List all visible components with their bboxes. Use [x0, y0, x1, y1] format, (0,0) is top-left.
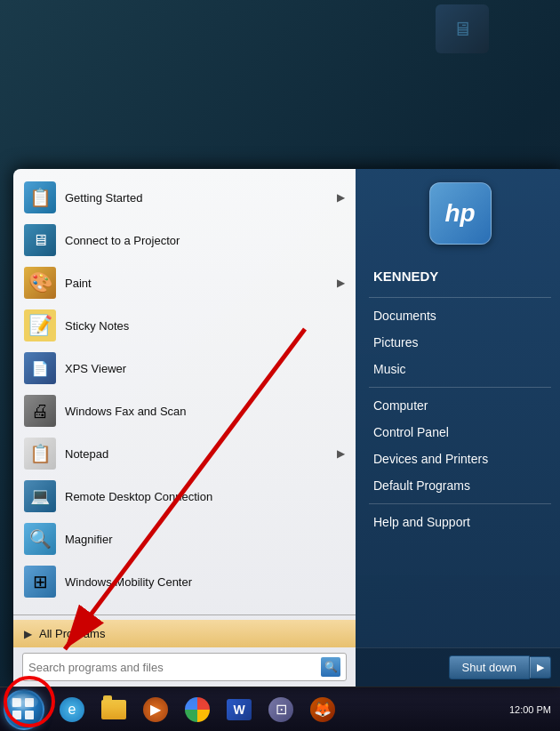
right-separator-2: [369, 387, 551, 388]
all-programs-item[interactable]: ▶ All Programs: [13, 620, 356, 647]
hp-logo-text: hp: [444, 199, 475, 228]
all-programs-arrow-icon: ▶: [24, 628, 32, 640]
paint-label: Paint: [65, 277, 328, 290]
right-menu-item-default-programs[interactable]: Default Programs: [356, 472, 560, 499]
connect-projector-label: Connect to a Projector: [65, 234, 345, 247]
username-label: KENNEDY: [373, 269, 438, 284]
help-support-label: Help and Support: [373, 515, 470, 529]
paint-icon: 🎨: [24, 267, 56, 299]
app6-icon: ⊡: [268, 697, 293, 722]
desktop: 🖥 📋 Getting Started ▶ 🖥 Connect to a Pro…: [0, 0, 560, 731]
right-menu-item-music[interactable]: Music: [356, 356, 560, 382]
start-button[interactable]: [0, 687, 48, 732]
fax-scan-label: Windows Fax and Scan: [65, 405, 345, 418]
win-logo-tl: [12, 697, 21, 706]
menu-item-mobility-center[interactable]: ⊞ Windows Mobility Center: [13, 560, 356, 603]
right-menu-item-computer[interactable]: Computer: [356, 392, 560, 419]
desktop-icon-top: 🖥: [436, 4, 489, 53]
magnifier-icon: 🔍: [24, 523, 56, 555]
right-menu-items: KENNEDY Documents Pictures Music Compute…: [356, 258, 560, 647]
start-menu-left-panel: 📋 Getting Started ▶ 🖥 Connect to a Proje…: [13, 169, 356, 687]
menu-item-xps-viewer[interactable]: 📄 XPS Viewer: [13, 347, 356, 390]
remote-desktop-label: Remote Desktop Connection: [65, 490, 345, 503]
devices-printers-label: Devices and Printers: [373, 452, 488, 466]
start-orb[interactable]: [4, 689, 44, 730]
taskbar-items: e ▶ W ⊡ 🦊: [48, 687, 509, 731]
xps-viewer-icon: 📄: [24, 352, 56, 384]
projector-icon: 🖥: [24, 224, 56, 256]
taskbar-item-folder[interactable]: [94, 692, 133, 727]
right-menu-item-help-support[interactable]: Help and Support: [356, 509, 560, 535]
search-input[interactable]: [28, 661, 316, 674]
fax-scan-icon: 🖨: [24, 395, 56, 427]
right-menu-item-devices-printers[interactable]: Devices and Printers: [356, 446, 560, 472]
sticky-notes-icon: 📝: [24, 309, 56, 341]
control-panel-label: Control Panel: [373, 425, 449, 439]
menu-item-notepad[interactable]: 📋 Notepad ▶: [13, 432, 356, 475]
desktop-icon-image: 🖥: [452, 18, 472, 41]
menu-item-paint[interactable]: 🎨 Paint ▶: [13, 261, 356, 304]
pictures-label: Pictures: [373, 335, 419, 349]
chrome-icon: [185, 697, 210, 722]
notepad-icon: 📋: [24, 438, 56, 470]
right-menu-item-documents[interactable]: Documents: [356, 302, 560, 329]
menu-item-sticky-notes[interactable]: 📝 Sticky Notes: [13, 304, 356, 347]
search-button[interactable]: 🔍: [321, 657, 340, 677]
clock: 12:00 PM: [509, 704, 551, 715]
taskbar-item-app7[interactable]: 🦊: [303, 692, 342, 727]
menu-item-magnifier[interactable]: 🔍 Magnifier: [13, 518, 356, 560]
start-menu: 📋 Getting Started ▶ 🖥 Connect to a Proje…: [13, 169, 560, 687]
menu-item-fax-scan[interactable]: 🖨 Windows Fax and Scan: [13, 390, 356, 432]
getting-started-icon: 📋: [24, 181, 56, 213]
start-orb-inner: [12, 698, 36, 721]
taskbar-item-chrome[interactable]: [178, 692, 217, 727]
right-separator-3: [369, 503, 551, 504]
computer-label: Computer: [373, 398, 428, 413]
magnifier-label: Magnifier: [65, 533, 345, 546]
notepad-label: Notepad: [65, 447, 328, 461]
search-bar: 🔍: [22, 653, 347, 681]
taskbar-item-ie[interactable]: e: [52, 692, 92, 727]
right-menu-item-control-panel[interactable]: Control Panel: [356, 419, 560, 446]
menu-item-remote-desktop[interactable]: 💻 Remote Desktop Connection: [13, 475, 356, 518]
taskbar-item-app6[interactable]: ⊡: [261, 692, 300, 727]
win-logo-br: [25, 711, 34, 719]
menu-items-list: 📋 Getting Started ▶ 🖥 Connect to a Proje…: [13, 169, 356, 610]
taskbar-item-media[interactable]: ▶: [136, 692, 175, 727]
getting-started-arrow: ▶: [337, 191, 345, 204]
windows-logo: [12, 698, 34, 719]
mobility-center-icon: ⊞: [24, 566, 56, 598]
username-item: KENNEDY: [356, 262, 560, 293]
hp-logo-area: hp: [356, 169, 560, 258]
all-programs-label: All Programs: [39, 627, 105, 640]
hp-logo: hp: [429, 182, 492, 245]
shutdown-button[interactable]: Shut down: [449, 655, 530, 679]
notepad-arrow: ▶: [337, 447, 345, 460]
shutdown-arrow-icon: ▶: [537, 662, 544, 672]
default-programs-label: Default Programs: [373, 478, 470, 493]
menu-separator: [13, 615, 356, 615]
xps-viewer-label: XPS Viewer: [65, 362, 345, 375]
taskbar-right: 12:00 PM: [509, 704, 560, 715]
getting-started-label: Getting Started: [65, 191, 328, 205]
shutdown-label: Shut down: [462, 661, 516, 674]
paint-arrow: ▶: [337, 277, 345, 289]
media-player-icon: ▶: [143, 697, 168, 722]
mobility-center-label: Windows Mobility Center: [65, 575, 345, 589]
word-icon: W: [227, 699, 252, 720]
folder-icon: [101, 700, 126, 719]
menu-item-connect-projector[interactable]: 🖥 Connect to a Projector: [13, 219, 356, 261]
menu-item-getting-started[interactable]: 📋 Getting Started ▶: [13, 176, 356, 219]
win-logo-bl: [12, 711, 21, 719]
win-logo-tr: [25, 698, 34, 707]
taskbar: e ▶ W ⊡ 🦊 12:00 PM: [0, 687, 560, 731]
music-label: Music: [373, 362, 406, 376]
app7-icon: 🦊: [310, 697, 335, 722]
remote-desktop-icon: 💻: [24, 480, 56, 512]
taskbar-item-word[interactable]: W: [220, 692, 259, 727]
right-separator-1: [369, 297, 551, 298]
shutdown-arrow-button[interactable]: ▶: [530, 656, 551, 679]
right-menu-item-pictures[interactable]: Pictures: [356, 329, 560, 356]
shutdown-bar: Shut down ▶: [356, 647, 560, 687]
start-menu-right-panel: hp KENNEDY Documents Pictures Music: [356, 169, 560, 687]
